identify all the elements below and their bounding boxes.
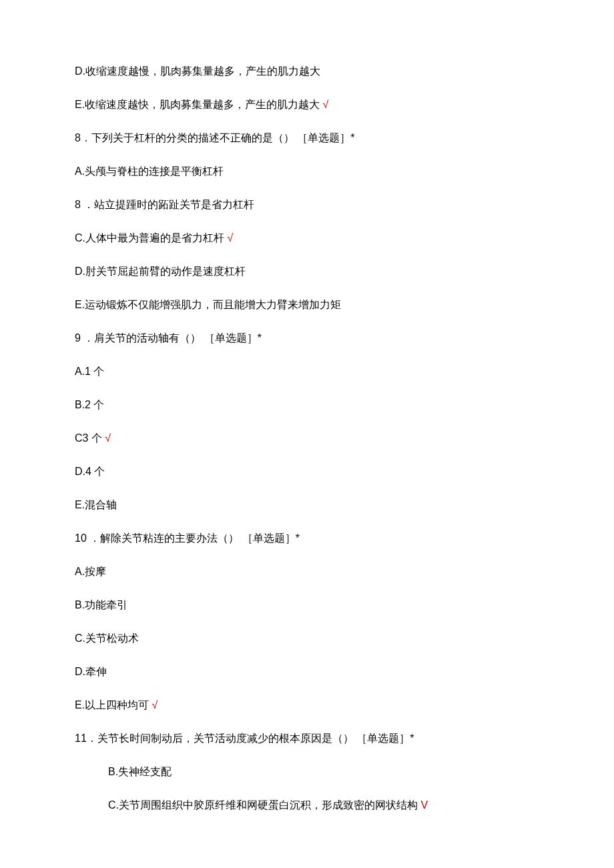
line-text: A.1 个 xyxy=(75,366,104,377)
text-line: E.以上四种均可 √ xyxy=(75,697,539,713)
correct-mark-icon: V xyxy=(420,799,428,811)
line-text: B.失神经支配 xyxy=(108,766,172,777)
text-line: 8 ．站立提踵时的跖趾关节是省力杠杆 xyxy=(75,197,539,213)
line-text: E.混合轴 xyxy=(75,499,117,510)
text-line: 8．下列关于杠杆的分类的描述不正确的是（） ［单选题］* xyxy=(75,130,539,146)
line-text: D.4 个 xyxy=(75,466,105,477)
line-text: E.运动锻炼不仅能增强肌力，而且能增大力臂来增加力矩 xyxy=(75,299,341,310)
text-line: B.2 个 xyxy=(75,397,539,413)
line-text: E.以上四种均可 xyxy=(75,699,152,711)
text-line: E.运动锻炼不仅能增强肌力，而且能增大力臂来增加力矩 xyxy=(75,297,539,313)
line-text: C.人体中最为普遍的是省力杠杆 xyxy=(75,232,227,244)
text-line: B.功能牵引 xyxy=(75,597,539,613)
text-line: A.头颅与脊柱的连接是平衡杠杆 xyxy=(75,163,539,179)
line-text: 8．下列关于杠杆的分类的描述不正确的是（） ［单选题］* xyxy=(75,132,355,143)
line-text: C3 个 xyxy=(75,432,105,444)
text-line: D.收缩速度越慢，肌肉募集量越多，产生的肌力越大 xyxy=(75,63,539,79)
text-line: A.1 个 xyxy=(75,364,539,380)
text-line: C3 个 √ xyxy=(75,430,539,446)
text-line: E.收缩速度越快，肌肉募集量越多，产生的肌力越大 √ xyxy=(75,97,539,113)
line-text: 10 ．解除关节粘连的主要办法（） ［单选题］* xyxy=(75,532,300,544)
line-text: D.牵伸 xyxy=(75,666,107,677)
text-line: D.4 个 xyxy=(75,464,539,480)
line-text: E.收缩速度越快，肌肉募集量越多，产生的肌力越大 xyxy=(75,99,323,110)
line-text: 8 ．站立提踵时的跖趾关节是省力杠杆 xyxy=(75,199,254,210)
text-line: 10 ．解除关节粘连的主要办法（） ［单选题］* xyxy=(75,530,539,546)
line-text: 9 ．肩关节的活动轴有（） ［单选题］* xyxy=(75,332,262,344)
correct-mark-icon: √ xyxy=(105,432,111,444)
line-text: C.关节周围组织中胶原纤维和网硬蛋白沉积，形成致密的网状结构 xyxy=(108,799,420,811)
text-line: A.按摩 xyxy=(75,564,539,580)
text-line: C.人体中最为普遍的是省力杠杆 √ xyxy=(75,230,539,246)
text-line: D.牵伸 xyxy=(75,664,539,680)
correct-mark-icon: √ xyxy=(323,99,329,110)
text-line: 11．关节长时间制动后，关节活动度减少的根本原因是（） ［单选题］* xyxy=(75,731,539,747)
text-line: E.混合轴 xyxy=(75,497,539,513)
text-line: D.肘关节屈起前臂的动作是速度杠杆 xyxy=(75,264,539,280)
correct-mark-icon: √ xyxy=(227,232,233,244)
line-text: A.头颅与脊柱的连接是平衡杠杆 xyxy=(75,165,224,177)
text-line: C.关节周围组织中胶原纤维和网硬蛋白沉积，形成致密的网状结构 V xyxy=(75,797,539,813)
line-text: D.肘关节屈起前臂的动作是速度杠杆 xyxy=(75,266,246,277)
line-text: D.收缩速度越慢，肌肉募集量越多，产生的肌力越大 xyxy=(75,65,320,77)
line-text: B.2 个 xyxy=(75,399,104,410)
line-text: B.功能牵引 xyxy=(75,599,127,610)
text-line: C.关节松动术 xyxy=(75,630,539,646)
correct-mark-icon: √ xyxy=(152,699,158,711)
document-content: D.收缩速度越慢，肌肉募集量越多，产生的肌力越大E.收缩速度越快，肌肉募集量越多… xyxy=(75,63,539,813)
line-text: C.关节松动术 xyxy=(75,632,139,644)
line-text: 11．关节长时间制动后，关节活动度减少的根本原因是（） ［单选题］* xyxy=(75,733,414,744)
line-text: A.按摩 xyxy=(75,566,106,577)
text-line: B.失神经支配 xyxy=(75,764,539,780)
text-line: 9 ．肩关节的活动轴有（） ［单选题］* xyxy=(75,330,539,346)
